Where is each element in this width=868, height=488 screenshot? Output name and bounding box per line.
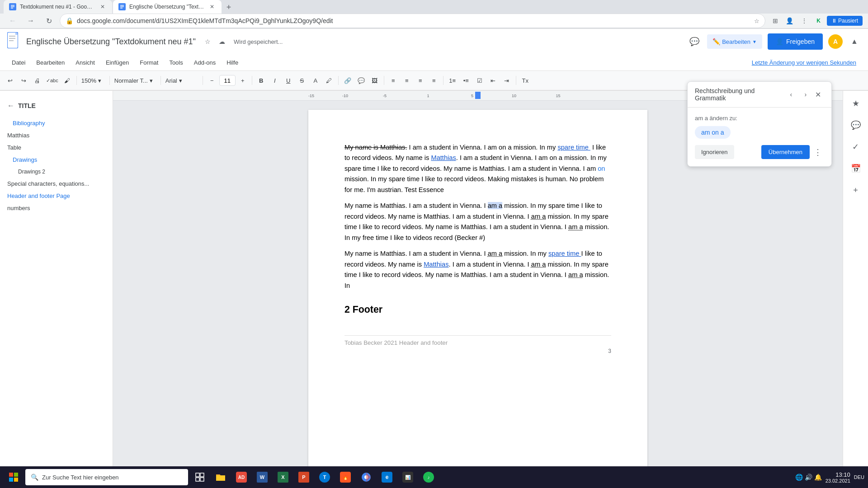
taskbar-app6[interactable]: 🔥	[335, 467, 355, 487]
spell-close-button[interactable]: ✕	[812, 88, 824, 101]
start-button[interactable]	[4, 467, 24, 487]
redo-button[interactable]: ↪	[17, 74, 30, 87]
kaspersky-icon[interactable]: K	[812, 14, 825, 27]
taskbar-chrome[interactable]	[356, 467, 376, 487]
taskbar-app5[interactable]: T	[315, 467, 335, 487]
highlight-button[interactable]: 🖊	[323, 74, 335, 87]
taskbar-clock[interactable]: 13:10 23.02.2021	[826, 471, 850, 483]
toc-matthias[interactable]: Matthias	[4, 129, 109, 141]
url-bar[interactable]: 🔒 docs.google.com/document/d/1US2XImEQ1k…	[60, 14, 765, 28]
document-page-2[interactable]: My name is Matthias. I am a student in V…	[308, 110, 647, 488]
strikethrough-button[interactable]: S	[296, 74, 308, 87]
spare-time-link-2[interactable]: spare time	[548, 250, 581, 257]
taskbar-edge[interactable]: e	[377, 467, 397, 487]
comment-button[interactable]: 💬	[355, 74, 368, 87]
sidebar-plus-button[interactable]: +	[847, 181, 865, 199]
taskbar-sound-icon[interactable]: 🔊	[805, 474, 812, 481]
taskbar-anydesk[interactable]: AD	[231, 467, 251, 487]
underline-button[interactable]: U	[282, 74, 295, 87]
text-color-button[interactable]: A	[309, 74, 322, 87]
spell-check-button[interactable]: ✓abc	[44, 74, 60, 87]
last-change[interactable]: Letzte Änderung vor wenigen Sekunden	[747, 56, 861, 69]
image-button[interactable]: 🖼	[368, 74, 381, 87]
taskbar-multitasking[interactable]	[190, 467, 210, 487]
menu-ansicht[interactable]: Ansicht	[71, 56, 99, 69]
toc-special[interactable]: Special characters, equations...	[4, 178, 109, 190]
paint-format-button[interactable]: 🖌	[61, 74, 74, 87]
align-right[interactable]: ≡	[414, 74, 427, 87]
style-select[interactable]: Normaler T... ▾	[113, 74, 158, 87]
taskbar-network-icon[interactable]: 🌐	[795, 474, 803, 481]
print-button[interactable]: 🖨	[31, 74, 43, 87]
sidebar-explore-button[interactable]: ★	[847, 94, 865, 113]
italic-button[interactable]: I	[269, 74, 281, 87]
share-button[interactable]: 👤 Freigeben	[768, 33, 823, 50]
tab-1-close[interactable]: ✕	[99, 3, 107, 11]
font-size-decrease[interactable]: −	[206, 74, 218, 87]
toc-drawings[interactable]: Drawings	[4, 154, 109, 166]
expand-button[interactable]: ▲	[848, 35, 861, 48]
link-button[interactable]: 🔗	[341, 74, 354, 87]
taskbar-search-bar[interactable]: 🔍 Zur Suche Text hier eingeben	[25, 469, 188, 485]
pause-button[interactable]: ⏸ Pausiert	[827, 16, 863, 26]
font-size-input[interactable]	[219, 75, 236, 86]
checklist[interactable]: ☑	[473, 74, 486, 87]
back-button[interactable]: ←	[5, 14, 20, 28]
taskbar-powerpoint[interactable]: P	[294, 467, 314, 487]
decrease-indent[interactable]: ⇤	[487, 74, 500, 87]
align-center[interactable]: ≡	[401, 74, 413, 87]
new-tab-button[interactable]: +	[222, 1, 235, 14]
numbered-list[interactable]: 1≡	[446, 74, 459, 87]
spell-prev-button[interactable]: ‹	[785, 88, 797, 101]
toc-header-footer[interactable]: Header and footer Page	[4, 190, 109, 202]
spell-next-button[interactable]: ›	[799, 88, 812, 101]
matthias-link-2[interactable]: Matthias	[424, 261, 448, 268]
sidebar-back-button[interactable]: ←	[7, 102, 14, 110]
tab-2[interactable]: Englische Übersetzung "Textdok..." ✕	[113, 0, 222, 14]
refresh-button[interactable]: ↻	[42, 14, 56, 28]
taskbar-excel[interactable]: X	[273, 467, 293, 487]
zoom-select[interactable]: 150% ▾	[80, 74, 107, 87]
taskbar-word[interactable]: W	[252, 467, 272, 487]
spell-accept-button[interactable]: Übernehmen	[761, 145, 810, 159]
menu-datei[interactable]: Datei	[7, 56, 30, 69]
clear-format[interactable]: Tx	[519, 74, 532, 87]
bold-button[interactable]: B	[255, 74, 268, 87]
taskbar-app8[interactable]: ♪	[419, 467, 439, 487]
bullet-list[interactable]: •≡	[460, 74, 472, 87]
spell-suggestion-button[interactable]: am on a	[695, 126, 731, 139]
edit-button[interactable]: ✏️ Bearbeiten ▼	[707, 34, 762, 49]
menu-hilfe[interactable]: Hilfe	[222, 56, 243, 69]
extensions-icon[interactable]: ⊞	[769, 14, 782, 27]
cloud-icon[interactable]: ☁	[216, 35, 228, 48]
comments-icon[interactable]: 💬	[687, 34, 702, 49]
toc-bibliography[interactable]: Bibliography	[4, 117, 109, 129]
tab-2-close[interactable]: ✕	[208, 3, 216, 11]
star-icon[interactable]: ☆	[754, 18, 760, 24]
star-title-icon[interactable]: ☆	[201, 35, 214, 48]
menu-icon[interactable]: ⋮	[798, 14, 811, 27]
menu-addons[interactable]: Add-ons	[189, 56, 220, 69]
user-avatar[interactable]: A	[828, 34, 843, 49]
increase-indent[interactable]: ⇥	[500, 74, 513, 87]
account-icon[interactable]: 👤	[783, 14, 796, 27]
font-size-increase[interactable]: +	[236, 74, 249, 87]
matthias-link-1[interactable]: Matthias	[431, 154, 456, 161]
menu-bearbeiten[interactable]: Bearbeiten	[32, 56, 69, 69]
taskbar-app7[interactable]: 📊	[398, 467, 418, 487]
align-justify[interactable]: ≡	[428, 74, 440, 87]
font-select[interactable]: Arial ▾	[164, 74, 200, 87]
spell-ignore-button[interactable]: Ignorieren	[695, 145, 734, 159]
align-left[interactable]: ≡	[387, 74, 400, 87]
forward-button[interactable]: →	[24, 14, 38, 28]
spell-more-button[interactable]: ⋮	[811, 146, 824, 159]
sidebar-chat-button[interactable]: 💬	[847, 116, 865, 134]
taskbar-notification-icon[interactable]: 🔔	[814, 474, 822, 481]
toc-drawings2[interactable]: Drawings 2	[4, 166, 109, 178]
menu-tools[interactable]: Tools	[165, 56, 187, 69]
undo-button[interactable]: ↩	[4, 74, 16, 87]
taskbar-file-explorer[interactable]	[211, 467, 231, 487]
tab-1[interactable]: Textdokument neu #1 - Google... ✕	[4, 0, 112, 14]
menu-einfugen[interactable]: Einfügen	[101, 56, 133, 69]
toc-table[interactable]: Table	[4, 141, 109, 154]
